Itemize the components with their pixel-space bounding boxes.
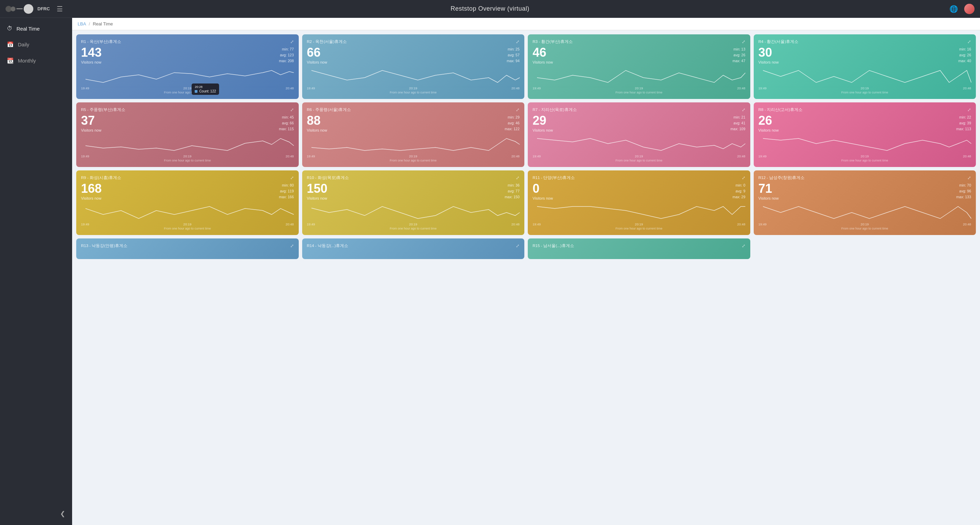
sparkline-svg: [759, 203, 971, 220]
card-header: R1 - 옥산(부산)휴게소 ⤢: [81, 39, 294, 44]
card-header: R11 - 단양(부산)휴게소 ⤢: [533, 175, 746, 180]
sparkline-svg: [533, 67, 746, 84]
expand-icon[interactable]: ⤢: [516, 175, 520, 180]
time-start: 19:49: [759, 154, 767, 158]
card-stats: min: 29avg: 46max: 122: [505, 115, 520, 132]
sparkline-svg: [307, 67, 520, 84]
time-start: 19:49: [533, 222, 541, 226]
card-r11: R11 - 단양(부산)휴게소 ⤢ 0 Visitors now min: 0a…: [528, 171, 750, 235]
card-r10: R10 - 화성(목포)휴게소 ⤢ 150 Visitors now min: …: [302, 171, 525, 235]
visitor-count: 66: [307, 46, 327, 59]
time-end: 20:48: [737, 86, 746, 90]
expand-icon[interactable]: ⤢: [290, 175, 294, 180]
expand-icon[interactable]: ⤢: [290, 39, 294, 44]
card-title: R13 - 낙동강(안평)휴게소: [81, 243, 127, 248]
card-r2: R2 - 옥천(서울)휴게소 ⤢ 66 Visitors now min: 25…: [302, 34, 525, 99]
sparkline-svg: [533, 203, 746, 220]
card-stats: min: 36avg: 77max: 150: [505, 182, 520, 199]
card-footer: 19:49 20:19 20:48: [533, 86, 746, 90]
expand-icon[interactable]: ⤢: [967, 107, 971, 112]
visitors-label: Visitors now: [307, 196, 328, 200]
visitors-label: Visitors now: [81, 128, 101, 132]
expand-icon[interactable]: ⤢: [742, 39, 746, 44]
card-stats: min: 21avg: 41max: 109: [730, 115, 745, 132]
breadcrumb-link[interactable]: LBA: [78, 21, 86, 26]
card-header: R7 - 지리산(육로)휴게소 ⤢: [533, 107, 746, 112]
time-start: 19:49: [81, 222, 89, 226]
card-r7: R7 - 지리산(육로)휴게소 ⤢ 29 Visitors now min: 2…: [528, 102, 750, 167]
visitors-label: Visitors now: [533, 196, 553, 200]
time-end: 20:48: [963, 86, 971, 90]
logo-circles: [5, 4, 33, 14]
card-header: R8 - 지리산(고서)휴게소 ⤢: [759, 107, 971, 112]
card-title: R10 - 화성(목포)휴게소: [307, 175, 349, 180]
menu-icon[interactable]: ☰: [57, 5, 63, 13]
card-body: 29 Visitors now min: 21avg: 41max: 109: [533, 115, 746, 132]
sidebar-item-realtime[interactable]: ⏱ Real Time: [0, 21, 72, 37]
card-title: R7 - 지리산(육로)휴게소: [533, 107, 577, 112]
time-end: 20:48: [963, 222, 971, 226]
card-r9: R9 - 화성(시흥)휴게소 ⤢ 168 Visitors now min: 8…: [76, 171, 299, 235]
time-start: 19:49: [307, 154, 315, 158]
sidebar-item-monthly[interactable]: 📆 Monthly: [0, 53, 72, 69]
card-title: R15 - 남서울(...)휴게소: [533, 243, 574, 248]
expand-icon[interactable]: ⤢: [967, 39, 971, 44]
expand-icon[interactable]: ⤢: [516, 107, 520, 112]
card-title: R14 - 낙동강(...)휴게소: [307, 243, 348, 248]
page-title: Reststop Overview (virtual): [450, 5, 530, 12]
app-header: DFRC ☰ Reststop Overview (virtual) 🌐: [0, 0, 980, 18]
sidebar-item-daily[interactable]: 📅 Daily: [0, 37, 72, 53]
visitor-count: 0: [533, 182, 553, 195]
time-end: 20:48: [511, 222, 520, 226]
breadcrumb-current: Real Time: [93, 21, 113, 26]
expand-icon[interactable]: ⤢: [742, 107, 746, 112]
time-start: 19:49: [307, 86, 315, 90]
time-end: 20:48: [737, 222, 746, 226]
card-r13: R13 - 낙동강(안평)휴게소 ⤢: [76, 238, 299, 259]
card-header: R12 - 남성주(창원)휴게소 ⤢: [759, 175, 971, 180]
time-end: 20:48: [286, 154, 294, 158]
time-start: 19:49: [533, 86, 541, 90]
visitor-count: 30: [759, 46, 779, 59]
card-footnote: From one hour ago to current time: [533, 91, 746, 94]
time-start: 19:49: [81, 154, 89, 158]
expand-icon[interactable]: ⤢: [290, 107, 294, 112]
time-mid: 20:19: [183, 154, 192, 158]
card-body: 46 Visitors now min: 13avg: 26max: 47: [533, 46, 746, 64]
sparkline-svg: [759, 135, 971, 152]
expand-icon[interactable]: ⤢: [742, 243, 746, 248]
expand-icon[interactable]: ⤢: [290, 243, 294, 248]
card-stats: min: 80avg: 119max: 166: [279, 182, 294, 199]
card-r1: R1 - 옥산(부산)휴게소 ⤢ 143 Visitors now min: 7…: [76, 34, 299, 99]
card-title: R4 - 황간(서울)휴게소: [759, 39, 799, 44]
visitors-label: Visitors now: [533, 128, 553, 132]
avatar[interactable]: [964, 4, 975, 14]
card-r8: R8 - 지리산(고서)휴게소 ⤢ 26 Visitors now min: 2…: [754, 102, 976, 167]
card-header: R2 - 옥천(서울)휴게소 ⤢: [307, 39, 520, 44]
sidebar-label-monthly: Monthly: [18, 58, 36, 64]
expand-icon[interactable]: ⤢: [742, 175, 746, 180]
card-chart: [759, 135, 971, 153]
visitor-count: 88: [307, 115, 327, 127]
time-start: 19:49: [759, 222, 767, 226]
card-footnote: From one hour ago to current time: [81, 159, 294, 162]
time-mid: 20:19: [635, 222, 643, 226]
visitor-count: 143: [81, 46, 102, 59]
expand-icon[interactable]: ⤢: [516, 39, 520, 44]
card-r4: R4 - 황간(서울)휴게소 ⤢ 30 Visitors now min: 16…: [754, 34, 976, 99]
language-icon[interactable]: 🌐: [948, 4, 959, 14]
header-actions: 🌐: [948, 4, 975, 14]
time-mid: 20:19: [861, 222, 869, 226]
card-footnote: From one hour ago to current time: [759, 91, 971, 94]
visitor-count: 29: [533, 115, 553, 127]
card-title: R1 - 옥산(부산)휴게소: [81, 39, 121, 44]
card-body: 71 Visitors now min: 70avg: 96max: 133: [759, 182, 971, 200]
sidebar-collapse-button[interactable]: ❮: [0, 505, 72, 522]
time-end: 20:48: [511, 154, 520, 158]
expand-icon[interactable]: ⤢: [516, 243, 520, 248]
time-mid: 20:19: [409, 154, 417, 158]
card-r12: R12 - 남성주(창원)휴게소 ⤢ 71 Visitors now min: …: [754, 171, 976, 235]
expand-icon[interactable]: ⤢: [967, 175, 971, 180]
logo-dash: [16, 8, 23, 9]
visitors-label: Visitors now: [81, 196, 102, 200]
